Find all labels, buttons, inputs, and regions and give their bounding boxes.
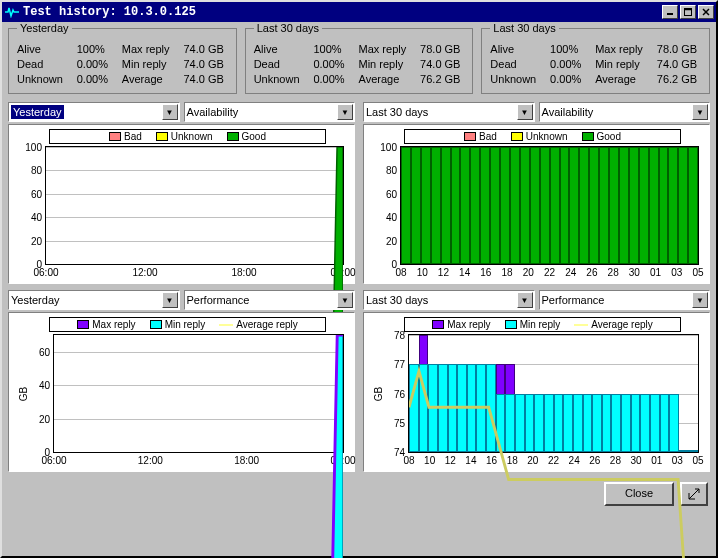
legend-label: Average reply xyxy=(591,319,653,330)
chevron-down-icon[interactable]: ▼ xyxy=(517,292,533,308)
chevron-down-icon[interactable]: ▼ xyxy=(162,292,178,308)
chevron-down-icon[interactable]: ▼ xyxy=(162,104,178,120)
bar xyxy=(500,147,510,264)
chart-legend: Max replyMin replyAverage reply xyxy=(49,317,326,332)
legend-swatch xyxy=(464,132,476,141)
chevron-down-icon[interactable]: ▼ xyxy=(517,104,533,120)
legend-label: Max reply xyxy=(447,319,490,330)
stats-cell: Max reply xyxy=(595,43,647,55)
legend-label: Bad xyxy=(124,131,142,142)
combo-text: Performance xyxy=(187,294,250,306)
group-legend: Last 30 days xyxy=(490,22,558,34)
x-tick: 10 xyxy=(417,267,428,278)
legend-item: Bad xyxy=(109,131,142,142)
bar xyxy=(668,147,678,264)
metric-select[interactable]: Availability▼ xyxy=(184,102,356,122)
minimize-button[interactable] xyxy=(662,5,678,19)
bar xyxy=(569,147,579,264)
stats-cell: Max reply xyxy=(359,43,411,55)
y-tick: 40 xyxy=(26,380,50,391)
bar xyxy=(589,147,599,264)
stats-cell: 74.0 GB xyxy=(183,58,227,70)
y-tick: 100 xyxy=(373,142,397,153)
plot-area: GB020406006:0012:0018:0000:00 xyxy=(53,334,344,453)
maximize-button[interactable] xyxy=(680,5,696,19)
x-tick: 30 xyxy=(629,267,640,278)
range-select[interactable]: Yesterday▼ xyxy=(8,102,180,122)
content-area: YesterdayAlive100%Max reply74.0 GBDead0.… xyxy=(2,22,716,556)
y-tick: 78 xyxy=(381,330,405,341)
combo-text: Yesterday xyxy=(11,105,64,119)
bar xyxy=(639,147,649,264)
stats-cell: Alive xyxy=(17,43,67,55)
metric-select[interactable]: Performance▼ xyxy=(184,290,356,310)
stats-cell: Min reply xyxy=(595,58,647,70)
y-tick: 60 xyxy=(373,188,397,199)
chevron-down-icon[interactable]: ▼ xyxy=(692,292,708,308)
stats-group: YesterdayAlive100%Max reply74.0 GBDead0.… xyxy=(8,28,237,94)
plot-area: 02040608010006:0012:0018:0000:00 xyxy=(45,146,344,265)
legend-swatch xyxy=(156,132,168,141)
legend-item: Max reply xyxy=(432,319,490,330)
bar xyxy=(401,147,411,264)
legend-swatch xyxy=(505,320,517,329)
range-select[interactable]: Last 30 days▼ xyxy=(363,290,535,310)
stats-cell: 0.00% xyxy=(313,58,348,70)
stats-cell: 0.00% xyxy=(550,58,585,70)
y-tick: 80 xyxy=(373,165,397,176)
combo-text: Availability xyxy=(187,106,239,118)
legend-item: Max reply xyxy=(77,319,135,330)
y-tick: 20 xyxy=(26,413,50,424)
range-select[interactable]: Last 30 days▼ xyxy=(363,102,535,122)
chevron-down-icon[interactable]: ▼ xyxy=(337,292,353,308)
x-tick: 20 xyxy=(523,267,534,278)
stats-cell: 0.00% xyxy=(313,73,348,85)
stats-cell: 0.00% xyxy=(77,73,112,85)
chart-cell: Last 30 days▼Performance▼Max replyMin re… xyxy=(363,290,710,472)
y-tick: 40 xyxy=(18,212,42,223)
stats-cell: 100% xyxy=(77,43,112,55)
close-button[interactable] xyxy=(698,5,714,19)
bar xyxy=(560,147,570,264)
legend-label: Min reply xyxy=(520,319,561,330)
x-tick: 24 xyxy=(565,267,576,278)
chevron-down-icon[interactable]: ▼ xyxy=(337,104,353,120)
stats-cell: 74.0 GB xyxy=(183,43,227,55)
bar xyxy=(629,147,639,264)
bar xyxy=(470,147,480,264)
combo-text: Last 30 days xyxy=(366,294,428,306)
chart-legend: BadUnknownGood xyxy=(404,129,681,144)
chart-cell: Last 30 days▼Availability▼BadUnknownGood… xyxy=(363,102,710,284)
range-select[interactable]: Yesterday▼ xyxy=(8,290,180,310)
bar xyxy=(599,147,609,264)
legend-label: Max reply xyxy=(92,319,135,330)
chart-box: Max replyMin replyAverage replyGB0204060… xyxy=(8,312,355,472)
stats-cell: Max reply xyxy=(122,43,174,55)
bar xyxy=(441,147,451,264)
bar xyxy=(431,147,441,264)
chevron-down-icon[interactable]: ▼ xyxy=(692,104,708,120)
legend-swatch xyxy=(582,132,594,141)
x-tick: 22 xyxy=(544,267,555,278)
legend-item: Average reply xyxy=(574,319,653,330)
metric-select[interactable]: Performance▼ xyxy=(539,290,711,310)
bar xyxy=(678,147,688,264)
bar xyxy=(688,147,698,264)
bar xyxy=(659,147,669,264)
app-icon xyxy=(4,4,20,20)
x-tick: 28 xyxy=(608,267,619,278)
legend-swatch xyxy=(227,132,239,141)
group-legend: Last 30 days xyxy=(254,22,322,34)
stats-cell: Average xyxy=(122,73,174,85)
stats-cell: 0.00% xyxy=(77,58,112,70)
combo-text: Availability xyxy=(542,106,594,118)
combo-text: Yesterday xyxy=(11,294,60,306)
stats-cell: 74.0 GB xyxy=(657,58,701,70)
metric-select[interactable]: Availability▼ xyxy=(539,102,711,122)
chart-legend: Max replyMin replyAverage reply xyxy=(404,317,681,332)
legend-item: Unknown xyxy=(511,131,568,142)
legend-item: Min reply xyxy=(150,319,206,330)
stats-group: Last 30 daysAlive100%Max reply78.0 GBDea… xyxy=(245,28,474,94)
bar xyxy=(609,147,619,264)
legend-item: Good xyxy=(227,131,266,142)
